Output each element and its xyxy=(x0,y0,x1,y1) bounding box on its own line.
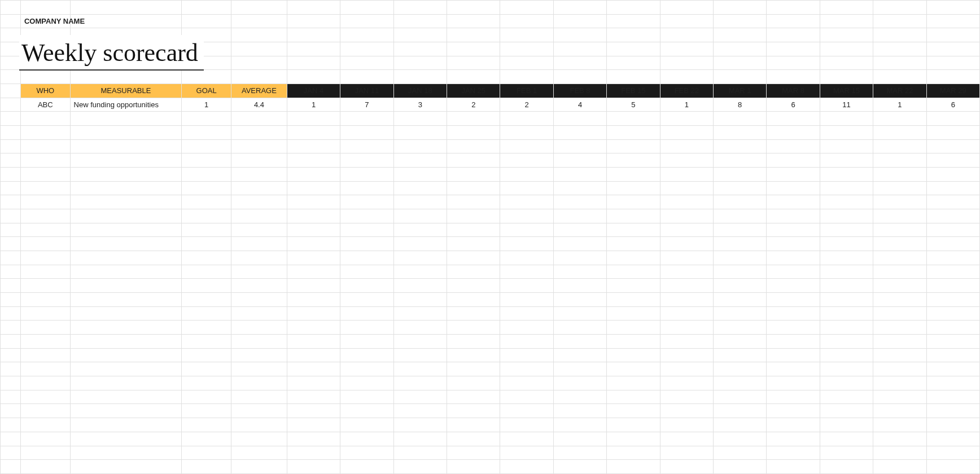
cell[interactable] xyxy=(182,306,231,321)
cell[interactable] xyxy=(607,237,660,251)
cell[interactable] xyxy=(447,362,500,376)
cell[interactable] xyxy=(182,348,231,362)
cell[interactable] xyxy=(340,404,393,418)
cell[interactable] xyxy=(820,195,873,209)
cell[interactable] xyxy=(820,209,873,223)
cell[interactable] xyxy=(553,14,606,28)
cell[interactable] xyxy=(553,321,606,335)
cell[interactable] xyxy=(340,390,393,404)
cell[interactable] xyxy=(767,293,820,307)
cell[interactable] xyxy=(607,223,660,237)
cell[interactable] xyxy=(70,209,182,223)
cell[interactable] xyxy=(607,112,660,126)
row-gutter[interactable] xyxy=(1,335,21,349)
cell[interactable] xyxy=(820,237,873,251)
cell[interactable] xyxy=(447,181,500,195)
cell[interactable] xyxy=(182,432,231,446)
cell[interactable] xyxy=(182,195,231,209)
cell[interactable] xyxy=(20,404,70,418)
cell[interactable] xyxy=(873,446,926,460)
cell[interactable] xyxy=(767,460,820,474)
cell[interactable] xyxy=(607,293,660,307)
cell[interactable] xyxy=(553,306,606,321)
cell[interactable] xyxy=(820,70,873,84)
cell[interactable] xyxy=(340,14,393,28)
cell[interactable] xyxy=(553,348,606,362)
cell[interactable] xyxy=(767,28,820,42)
cell[interactable] xyxy=(553,335,606,349)
cell[interactable] xyxy=(70,460,182,474)
cell[interactable] xyxy=(714,279,767,293)
row-gutter[interactable] xyxy=(1,460,21,474)
cell[interactable] xyxy=(20,418,70,432)
row-gutter[interactable] xyxy=(1,432,21,446)
cell[interactable] xyxy=(287,223,340,237)
cell[interactable] xyxy=(231,195,287,209)
cell[interactable] xyxy=(500,446,553,460)
cell[interactable] xyxy=(393,14,447,28)
cell[interactable] xyxy=(70,251,182,265)
cell[interactable] xyxy=(287,195,340,209)
cell[interactable] xyxy=(393,70,447,84)
cell[interactable] xyxy=(70,418,182,432)
cell[interactable] xyxy=(231,376,287,390)
cell[interactable] xyxy=(553,418,606,432)
cell[interactable] xyxy=(287,460,340,474)
cell[interactable] xyxy=(70,14,182,28)
cell[interactable] xyxy=(70,376,182,390)
cell[interactable] xyxy=(500,1,553,15)
cell[interactable] xyxy=(926,293,979,307)
cell[interactable] xyxy=(393,265,447,279)
cell[interactable] xyxy=(393,56,447,70)
cell[interactable] xyxy=(447,335,500,349)
cell[interactable] xyxy=(231,321,287,335)
cell[interactable] xyxy=(607,460,660,474)
cell[interactable] xyxy=(340,348,393,362)
row-gutter[interactable] xyxy=(1,70,21,84)
cell-value[interactable]: 1 xyxy=(660,98,713,112)
cell[interactable] xyxy=(20,251,70,265)
cell[interactable] xyxy=(340,1,393,15)
cell[interactable] xyxy=(20,1,70,15)
cell[interactable] xyxy=(231,181,287,195)
cell[interactable] xyxy=(231,14,287,28)
cell[interactable] xyxy=(714,126,767,140)
cell[interactable] xyxy=(340,112,393,126)
row-gutter[interactable] xyxy=(1,418,21,432)
cell[interactable] xyxy=(231,112,287,126)
cell[interactable] xyxy=(926,251,979,265)
cell[interactable] xyxy=(231,293,287,307)
cell[interactable] xyxy=(820,139,873,153)
cell[interactable] xyxy=(926,139,979,153)
cell[interactable] xyxy=(393,348,447,362)
cell[interactable] xyxy=(287,376,340,390)
cell[interactable] xyxy=(70,293,182,307)
cell[interactable] xyxy=(231,153,287,168)
cell-value[interactable]: 8 xyxy=(714,98,767,112)
cell-value[interactable]: 11 xyxy=(820,98,873,112)
cell[interactable] xyxy=(553,56,606,70)
cell[interactable] xyxy=(70,112,182,126)
cell[interactable] xyxy=(553,126,606,140)
cell[interactable] xyxy=(926,446,979,460)
cell[interactable] xyxy=(447,70,500,84)
cell[interactable] xyxy=(340,223,393,237)
cell[interactable] xyxy=(500,153,553,168)
cell[interactable] xyxy=(231,237,287,251)
cell[interactable] xyxy=(287,126,340,140)
cell[interactable] xyxy=(287,237,340,251)
cell[interactable] xyxy=(767,112,820,126)
cell[interactable] xyxy=(714,181,767,195)
cell[interactable] xyxy=(820,1,873,15)
cell[interactable] xyxy=(287,112,340,126)
row-gutter[interactable] xyxy=(1,404,21,418)
cell[interactable] xyxy=(340,181,393,195)
cell[interactable] xyxy=(287,404,340,418)
cell[interactable] xyxy=(500,335,553,349)
cell[interactable] xyxy=(182,321,231,335)
cell[interactable] xyxy=(926,362,979,376)
cell[interactable] xyxy=(447,56,500,70)
cell[interactable] xyxy=(660,28,713,42)
cell[interactable] xyxy=(553,168,606,182)
cell[interactable] xyxy=(393,446,447,460)
